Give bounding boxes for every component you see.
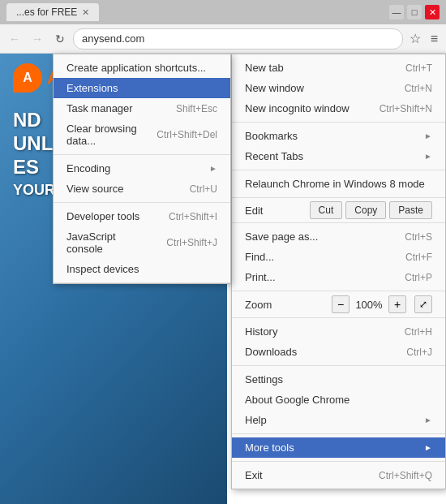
- menu-section-page: Save page as... Ctrl+S Find... Ctrl+F Pr…: [232, 223, 445, 291]
- extensions-item[interactable]: Extensions: [54, 78, 230, 98]
- cut-button[interactable]: Cut: [310, 201, 343, 219]
- menu-section-settings: Settings About Google Chrome Help ►: [232, 366, 445, 434]
- history-item[interactable]: History Ctrl+H: [232, 321, 445, 342]
- logo-letter: A: [23, 71, 32, 85]
- fullscreen-button[interactable]: ⤢: [414, 295, 432, 313]
- copy-button[interactable]: Copy: [345, 201, 386, 219]
- menu-section-bookmarks: Bookmarks ► Recent Tabs ►: [232, 123, 445, 170]
- submenu-section-3: Developer tools Ctrl+Shift+I JavaScript …: [54, 203, 230, 283]
- bookmarks-item[interactable]: Bookmarks ►: [232, 126, 445, 146]
- logo-icon: A: [13, 63, 42, 93]
- forward-button[interactable]: →: [28, 29, 47, 49]
- chrome-menu-icon[interactable]: ≡: [427, 28, 441, 50]
- more-tools-submenu: Create application shortcuts... Extensio…: [53, 54, 231, 284]
- title-bar-controls: — □ ✕: [389, 5, 440, 19]
- relaunch-item[interactable]: Relaunch Chrome in Windows 8 mode: [232, 174, 445, 194]
- print-item[interactable]: Print... Ctrl+P: [232, 267, 445, 287]
- paste-button[interactable]: Paste: [389, 201, 432, 219]
- more-tools-item[interactable]: More tools ►: [232, 437, 445, 458]
- recent-tabs-item[interactable]: Recent Tabs ►: [232, 146, 445, 166]
- toolbar-right: ☆ ≡: [406, 28, 441, 50]
- javascript-console-item[interactable]: JavaScript console Ctrl+Shift+J: [54, 226, 230, 259]
- bookmark-star-icon[interactable]: ☆: [406, 28, 424, 50]
- clear-browsing-data-item[interactable]: Clear browsing data... Ctrl+Shift+Del: [54, 118, 230, 151]
- menu-section-new: New tab Ctrl+T New window Ctrl+N New inc…: [232, 54, 445, 123]
- new-tab-item[interactable]: New tab Ctrl+T: [232, 58, 445, 78]
- encoding-item[interactable]: Encoding ►: [54, 158, 230, 179]
- downloads-item[interactable]: Downloads Ctrl+J: [232, 342, 445, 362]
- zoom-out-button[interactable]: −: [332, 295, 350, 313]
- zoom-row: Zoom − 100% + ⤢: [232, 291, 445, 318]
- tab-label: ...es for FREE: [16, 6, 77, 18]
- back-button[interactable]: ←: [5, 29, 24, 49]
- tab-close-icon[interactable]: ✕: [82, 7, 89, 18]
- address-bar[interactable]: anysend.com: [73, 28, 403, 50]
- zoom-in-button[interactable]: +: [388, 295, 406, 313]
- close-button[interactable]: ✕: [425, 5, 440, 19]
- menu-section-history: History Ctrl+H Downloads Ctrl+J: [232, 318, 445, 366]
- title-bar-left: ...es for FREE ✕: [6, 3, 99, 21]
- edit-row: Edit Cut Copy Paste: [232, 198, 445, 223]
- find-item[interactable]: Find... Ctrl+F: [232, 247, 445, 267]
- view-source-item[interactable]: View source Ctrl+U: [54, 179, 230, 199]
- help-item[interactable]: Help ►: [232, 410, 445, 430]
- submenu-section-2: Encoding ► View source Ctrl+U: [54, 155, 230, 203]
- exit-item[interactable]: Exit Ctrl+Shift+Q: [232, 465, 445, 485]
- inspect-devices-item[interactable]: Inspect devices: [54, 259, 230, 279]
- menu-section-relaunch: Relaunch Chrome in Windows 8 mode: [232, 170, 445, 198]
- url-text: anysend.com: [82, 32, 144, 45]
- reload-button[interactable]: ↻: [50, 29, 70, 49]
- edit-label: Edit: [245, 205, 307, 217]
- menu-section-exit: Exit Ctrl+Shift+Q: [232, 462, 445, 489]
- settings-item[interactable]: Settings: [232, 369, 445, 390]
- new-incognito-item[interactable]: New incognito window Ctrl+Shift+N: [232, 98, 445, 118]
- maximize-button[interactable]: □: [407, 5, 422, 19]
- about-chrome-item[interactable]: About Google Chrome: [232, 390, 445, 410]
- new-window-item[interactable]: New window Ctrl+N: [232, 78, 445, 98]
- save-page-item[interactable]: Save page as... Ctrl+S: [232, 226, 445, 247]
- zoom-label: Zoom: [245, 299, 332, 311]
- create-app-shortcuts-item[interactable]: Create application shortcuts...: [54, 58, 230, 78]
- browser-tab[interactable]: ...es for FREE ✕: [6, 3, 99, 21]
- minimize-button[interactable]: —: [389, 5, 404, 19]
- chrome-main-menu: New tab Ctrl+T New window Ctrl+N New inc…: [231, 54, 446, 489]
- submenu-section-1: Create application shortcuts... Extensio…: [54, 54, 230, 155]
- toolbar: ← → ↻ anysend.com ☆ ≡: [0, 24, 446, 54]
- zoom-controls: − 100% + ⤢: [332, 295, 432, 313]
- menu-section-more-tools: More tools ►: [232, 434, 445, 462]
- zoom-value: 100%: [354, 299, 384, 311]
- task-manager-item[interactable]: Task manager Shift+Esc: [54, 98, 230, 118]
- title-bar: ...es for FREE ✕ — □ ✕: [0, 0, 446, 24]
- developer-tools-item[interactable]: Developer tools Ctrl+Shift+I: [54, 206, 230, 226]
